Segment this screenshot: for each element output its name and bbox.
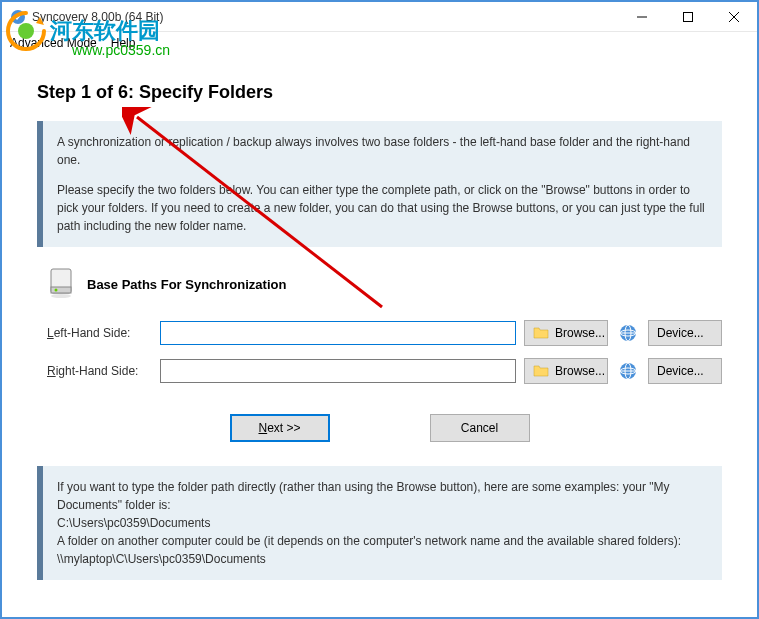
svg-point-10 [51,294,71,298]
info-box: A synchronization or replication / backu… [37,121,722,247]
next-button[interactable]: Next >> [230,414,330,442]
minimize-icon [637,12,647,22]
close-button[interactable] [711,2,757,32]
left-device-button[interactable]: Device... [648,320,722,346]
right-internet-button[interactable] [616,359,640,383]
maximize-icon [683,12,693,22]
left-browse-button[interactable]: Browse... [524,320,608,346]
section-title: Base Paths For Synchronization [87,277,286,292]
close-icon [729,12,739,22]
info-paragraph-2: Please specify the two folders below. Yo… [57,181,708,235]
left-hand-input[interactable] [160,321,516,345]
server-icon [47,267,75,302]
help-line-1: If you want to type the folder path dire… [57,478,708,514]
right-device-button[interactable]: Device... [648,358,722,384]
svg-rect-2 [684,12,693,21]
folder-icon [533,364,549,378]
info-paragraph-1: A synchronization or replication / backu… [57,133,708,169]
help-box: If you want to type the folder path dire… [37,466,722,580]
svg-point-5 [18,23,34,39]
svg-point-9 [55,289,58,292]
help-line-3: A folder on another computer could be (i… [57,532,708,568]
step-title: Step 1 of 6: Specify Folders [37,82,722,103]
watermark-url: www.pc0359.cn [72,42,170,58]
help-line-2: C:\Users\pc0359\Documents [57,514,708,532]
left-hand-label: Left-Hand Side: [47,326,152,340]
minimize-button[interactable] [619,2,665,32]
left-internet-button[interactable] [616,321,640,345]
right-hand-input[interactable] [160,359,516,383]
right-browse-button[interactable]: Browse... [524,358,608,384]
maximize-button[interactable] [665,2,711,32]
folder-icon [533,326,549,340]
cancel-button[interactable]: Cancel [430,414,530,442]
watermark-logo [2,7,50,58]
right-hand-label: Right-Hand Side: [47,364,152,378]
svg-rect-8 [51,287,71,293]
